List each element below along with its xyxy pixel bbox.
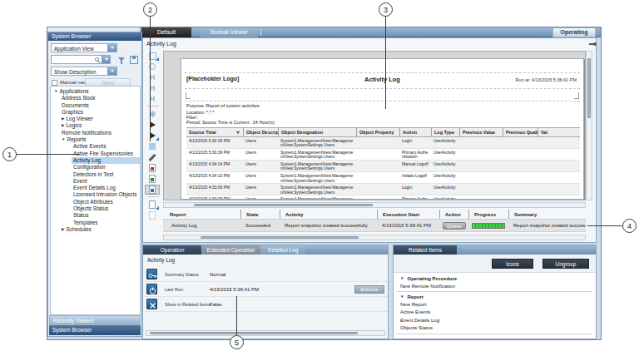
horizontal-scrollbar[interactable] [163,235,586,240]
tree-item-configuration[interactable]: Configuration [51,164,140,171]
activity-table-header[interactable]: Source TimeObject DescriptionObject Desi… [186,127,580,137]
tree-item-log-viewer[interactable]: ▶Log Viewer [51,116,140,122]
table-row[interactable]: 4/13/2015 4:33:09 PMUsersSystem1.Managem… [186,184,580,195]
tree-item-detectors-in-test[interactable]: Detectors in Test [51,171,140,178]
tab-related-items[interactable]: Related Items [394,245,457,255]
scrollbar-thumb[interactable] [201,236,359,239]
tree-item-status[interactable]: Status [51,212,140,219]
search-input[interactable] [51,55,111,64]
tree-item-templates[interactable]: Templates [51,220,140,226]
column-header-previous-value[interactable]: Previous Value [459,128,503,136]
status-table-row[interactable]: Activity Log Succeeded Report snapshot c… [163,220,586,232]
scrollbar-thumb[interactable] [587,58,591,118]
related-item-objects-status[interactable]: Objects Status [394,324,596,333]
related-item-event-details-log[interactable]: Event Details Log [394,317,596,325]
save-icon[interactable] [130,56,138,64]
stop-icon[interactable] [145,141,160,151]
tab-detailed-log[interactable]: Detailed Log [260,245,305,255]
chevron-down-icon[interactable]: ▼ [400,276,404,280]
export-icon[interactable] [145,200,160,210]
system-browser-bar[interactable]: System Browser [49,325,141,335]
table-row[interactable]: 4/13/2015 5:30:39 PMUsersSystem1.Managem… [186,137,580,149]
tree-item-logics[interactable]: ▶Logics [51,122,140,129]
tree-item-object-attributes[interactable]: Object Attributes [51,199,140,205]
system-browser-header[interactable]: System Browser [48,32,141,41]
tree-item-remote-notifications[interactable]: Remote Notifications [51,130,140,136]
chevron-down-icon[interactable]: ▼ [400,294,404,299]
table-row[interactable]: 4/13/2015 4:34:14 PMUsersSystem1.Managem… [186,161,580,172]
column-header-previous-quality[interactable]: Previous Quality [503,128,537,136]
table-row[interactable]: 4/13/2015 4:33:09 PMUsersSystem1.Managem… [186,195,580,200]
column-header-object-property[interactable]: Object Property [356,128,399,136]
tree-item-documents[interactable]: Documents [51,102,140,109]
chevron-down-icon[interactable] [107,44,116,52]
column-header-object-designation[interactable]: Object Designation [278,128,356,136]
tree-item-schedules[interactable]: ▶Schedules [51,226,140,233]
table-row[interactable]: 4/13/2015 4:34:10 PMUsersSystem1.Managem… [186,172,580,184]
tree-item-applications[interactable]: ▼Applications [51,88,140,95]
tab-operation[interactable]: Operation [143,245,201,255]
snapshot-icon[interactable] [145,185,160,195]
chevron-right-icon[interactable]: ▶ [62,123,64,127]
tree-item-active-events[interactable]: Active Events [51,143,140,150]
settings-icon[interactable]: ∗ [145,109,160,119]
recently-viewed-bar[interactable]: Recently Viewed [49,315,141,325]
tab-operating[interactable]: Operating [552,27,596,37]
tree-item-graphics[interactable]: Graphics [51,109,140,116]
export-pdf-icon[interactable] [145,163,160,173]
chevron-right-icon[interactable]: ▶ [62,227,64,231]
delete-button[interactable]: Delete [443,222,466,230]
column-header-action[interactable]: Action [399,128,431,136]
export-excel-icon[interactable] [145,174,160,184]
tree-item-address-book[interactable]: Address Book [51,95,140,101]
horizontal-scrollbar[interactable] [146,330,385,336]
column-header-val[interactable]: Val [537,128,580,136]
pin-icon[interactable] [589,43,594,45]
scrollbar-thumb[interactable] [150,332,358,334]
ungroup-button[interactable]: Ungroup [542,259,589,269]
related-section-report[interactable]: ▼Report [394,293,596,301]
save-report-icon[interactable] [145,210,160,220]
related-section-operating-procedure[interactable]: ▼Operating Procedure [394,274,596,283]
chevron-down-icon[interactable]: ▼ [62,137,65,141]
run-report-icon[interactable] [145,120,160,130]
chevron-right-icon[interactable]: ▶ [62,116,64,121]
tab-extended-operation[interactable]: Extended Operation [201,245,260,255]
icons-button[interactable]: Icons [492,259,533,269]
scrollbar-thumb[interactable] [194,204,373,206]
column-header-object-description[interactable]: Object Description [243,128,278,136]
column-header-source-time[interactable]: Source Time [186,128,243,136]
sort-descending-icon[interactable] [236,131,240,134]
table-row[interactable]: 4/13/2015 5:30:39 PMUsersSystem1.Managem… [186,149,580,161]
tree-item-event[interactable]: Event [51,178,140,185]
tree-item-licensed-intrusion-objects[interactable]: Licensed Intrusion Objects [51,191,140,198]
execute-button[interactable]: Execute [354,285,384,294]
related-item-new-remote-notification[interactable]: New Remote Notification [394,283,596,291]
tree-item-objects-status[interactable]: Objects Status [51,205,140,212]
properties-icon[interactable] [145,51,160,61]
tree-item-activity-log[interactable]: Activity Log [51,157,140,164]
manual-nav-checkbox[interactable] [52,80,57,86]
view-dropdown[interactable]: Application View [51,43,117,52]
related-item-new-report[interactable]: New Report [394,301,596,309]
tree-item-event-details-log[interactable]: Event Details Log [51,185,140,191]
tab-textual-viewer[interactable]: Textual Viewer [200,27,258,37]
run-options-icon[interactable] [145,131,160,141]
chevron-down-icon[interactable]: ▼ [54,89,57,93]
edit-icon[interactable] [145,152,160,162]
record-icon[interactable] [145,62,160,72]
chevron-down-icon[interactable] [107,67,116,75]
header-right-icon[interactable]: H [145,94,160,104]
tree-item-reports[interactable]: ▼Reports [51,136,140,143]
column-header-log-type[interactable]: Log Type [431,128,459,136]
horizontal-scrollbar[interactable] [163,202,586,208]
header-center-icon[interactable]: H [145,83,160,93]
tab-default[interactable]: Default [141,27,191,37]
description-dropdown[interactable]: Show Description [51,67,117,76]
chevron-down-icon[interactable] [102,56,110,63]
cell-log-type: UserActivity [431,137,459,148]
related-item-active-events[interactable]: Active Events [394,309,596,317]
vertical-scrollbar[interactable] [586,51,592,200]
header-left-icon[interactable]: H [145,72,160,82]
filter-icon[interactable] [118,57,125,62]
